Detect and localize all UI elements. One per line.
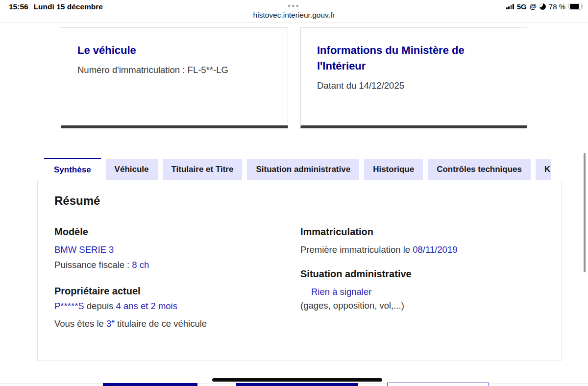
summary-left-column: Modèle BMW SERIE 3 Puissance fiscale : 8…: [54, 226, 300, 330]
first-registration-label: Première immatriculation le: [300, 244, 413, 255]
safari-tab-dots[interactable]: •••: [0, 1, 588, 10]
home-indicator[interactable]: [212, 378, 382, 382]
vehicle-card: Le véhicule Numéro d'immatriculation : F…: [61, 27, 288, 128]
first-registration-date: 08/11/2019: [413, 244, 457, 255]
address-bar[interactable]: histovec.interieur.gouv.fr: [0, 11, 588, 20]
synthese-panel: Résumé Modèle BMW SERIE 3 Puissance fisc…: [37, 181, 562, 361]
panel-title: Résumé: [54, 194, 544, 208]
holder-rank: 3e: [106, 318, 115, 329]
battery-icon: [568, 3, 582, 10]
status-bar: 15:56 Lundi 15 décembre ••• histovec.int…: [0, 0, 588, 23]
owner-line: P*****S depuis 4 ans et 2 mois: [54, 300, 300, 313]
registration-heading: Immatriculation: [300, 226, 544, 238]
summary-right-column: Immatriculation Première immatriculation…: [300, 226, 544, 330]
browser-chrome-divider: [0, 23, 588, 23]
vehicle-card-title: Le véhicule: [77, 43, 272, 58]
ministry-card-date: Datant du 14/12/2025: [317, 80, 511, 91]
holder-line: Vous êtes le 3e titulaire de ce véhicule: [54, 315, 300, 330]
owner-name: P*****S: [54, 301, 84, 311]
report-tabs: Synthèse Véhicule Titulaire et Titre Sit…: [37, 158, 551, 181]
network-type-label: 5G: [517, 2, 527, 11]
holder-post-text: titulaire de ce véhicule: [115, 318, 207, 329]
vehicle-card-registration: Numéro d'immatriculation : FL-5**-LG: [77, 65, 272, 75]
fiscal-power-line: Puissance fiscale : 8 ch: [54, 259, 300, 271]
footer-button-secondary[interactable]: [387, 383, 489, 386]
tab-situation-administrative[interactable]: Situation administrative: [247, 159, 359, 180]
tab-controles-techniques[interactable]: Contrôles techniques: [428, 159, 531, 180]
tab-synthese[interactable]: Synthèse: [44, 158, 101, 181]
status-icons: 5G @ 78 %: [506, 2, 582, 11]
battery-percent-label: 78 %: [549, 2, 565, 11]
owner-duration: 4 ans et 2 mois: [116, 301, 177, 311]
ministry-card-title: Informations du Ministère de l'Intérieur: [317, 43, 499, 74]
footer-button-primary-1[interactable]: [103, 383, 197, 386]
focus-moon-icon: [539, 3, 546, 10]
fiscal-power-value: 8 ch: [132, 260, 149, 270]
holder-pre-text: Vous êtes le: [54, 318, 106, 329]
situation-status: Rien à signaler: [311, 286, 544, 298]
tab-titulaire-et-titre[interactable]: Titulaire et Titre: [163, 159, 243, 180]
owner-since-label: depuis: [84, 301, 116, 311]
ministry-card: Informations du Ministère de l'Intérieur…: [300, 27, 527, 128]
tab-vehicule[interactable]: Véhicule: [106, 159, 158, 180]
situation-note: (gages, opposition, vol,...): [300, 299, 544, 312]
owner-heading: Propriétaire actuel: [54, 286, 300, 297]
fiscal-power-label: Puissance fiscale :: [54, 260, 132, 270]
footer-button-primary-2[interactable]: [236, 383, 358, 386]
tab-kilometrage[interactable]: Kilométrage: [536, 159, 551, 180]
model-heading: Modèle: [54, 226, 300, 238]
tab-historique[interactable]: Historique: [364, 159, 423, 180]
vertical-scrollbar[interactable]: [584, 153, 586, 272]
model-value: BMW SERIE 3: [54, 243, 300, 256]
rotation-lock-icon: @: [530, 3, 537, 10]
situation-heading: Situation administrative: [300, 268, 544, 280]
cellular-signal-icon: [506, 4, 514, 9]
first-registration-line: Première immatriculation le 08/11/2019: [300, 243, 544, 256]
